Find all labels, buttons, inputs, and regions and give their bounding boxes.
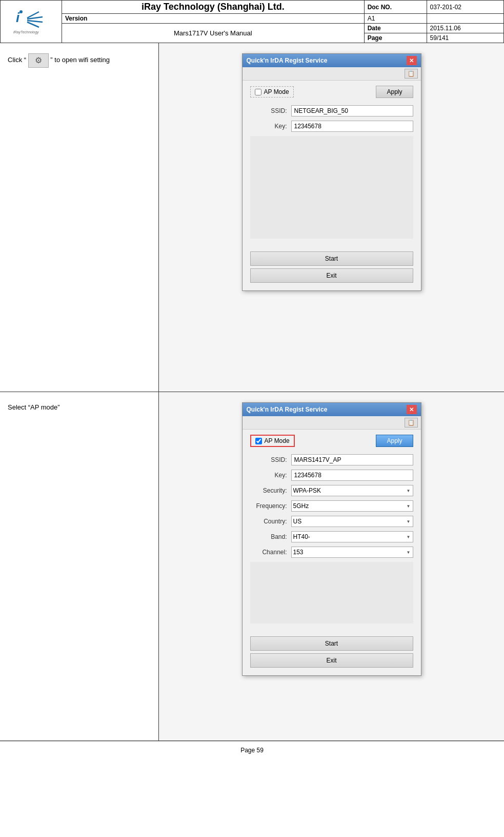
company-name: iRay Technology (Shanghai) Ltd. [62, 1, 365, 14]
dialog2-key-input[interactable] [291, 470, 413, 481]
dialog1-ap-mode-text: AP Mode [264, 88, 289, 95]
logo-svg: i iRayTechnology [11, 8, 52, 36]
dialog2-frequency-label: Frequency: [250, 502, 291, 510]
section1-instruction: Click “ ⚙ ” to open wifi setting [8, 56, 110, 64]
gear-button-example: ⚙ [28, 53, 49, 68]
dialog2-channel-row: Channel: 153 [250, 547, 413, 558]
dialog2-toolbar-button[interactable]: 📋 [405, 418, 418, 427]
dialog2-band-wrapper: HT40- [291, 531, 413, 542]
dialog2-security-wrapper: WPA-PSK [291, 485, 413, 496]
dialog2-security-label: Security: [250, 487, 291, 494]
dialog1-body: AP Mode Apply SSID: Key: [243, 81, 421, 249]
dialog2-band-label: Band: [250, 533, 291, 540]
dialog2-titlebar: Quick'n IrDA Regist Service ✕ [243, 403, 421, 416]
doc-no-label: Doc NO. [364, 1, 427, 14]
footer: Page 59 [0, 741, 504, 759]
date-value: 2015.11.06 [427, 24, 503, 33]
svg-line-4 [27, 22, 39, 27]
section2-row: Select “AP mode” Quick'n IrDA Regist Ser… [0, 392, 504, 741]
dialog1-key-label: Key: [250, 123, 291, 130]
gear-icon: ⚙ [35, 54, 42, 67]
dialog2-start-button[interactable]: Start [250, 636, 413, 651]
svg-line-3 [27, 21, 43, 22]
svg-text:i: i [16, 10, 20, 25]
version-value: A1 [364, 14, 427, 24]
dialog2-ssid-label: SSID: [250, 456, 291, 463]
dialog2-ssid-input[interactable] [291, 454, 413, 465]
dialog1-titlebar: Quick'n IrDA Regist Service ✕ [243, 54, 421, 67]
dialog2-main-area [250, 562, 413, 624]
dialog1-toolbar-button[interactable]: 📋 [405, 69, 418, 79]
dialog2-security-select[interactable]: WPA-PSK [291, 485, 413, 496]
company-name-text: iRay Technology (Shanghai) Ltd. [142, 2, 285, 12]
dialog2-exit-button[interactable]: Exit [250, 653, 413, 668]
dialog1-ssid-input[interactable] [291, 105, 413, 116]
dialog2-key-row: Key: [250, 470, 413, 481]
dialog2-country-label: Country: [250, 518, 291, 525]
dialog2-channel-label: Channel: [250, 549, 291, 556]
dialog1-key-input[interactable] [291, 121, 413, 132]
dialog2-security-row: Security: WPA-PSK [250, 485, 413, 496]
logo-cell: i iRayTechnology [1, 1, 62, 43]
section1-row: Click “ ⚙ ” to open wifi setting Quick'n… [0, 43, 504, 392]
dialog2-ap-mode-label[interactable]: AP Mode [250, 435, 295, 447]
dialog2-bottom: Start Exit [243, 634, 421, 675]
header-table: i iRayTechnology iRay Technology (Shangh… [0, 0, 504, 43]
section2-instruction: Select “AP mode” [8, 403, 60, 411]
dialog1-start-button[interactable]: Start [250, 251, 413, 266]
dialog2-channel-select[interactable]: 153 [291, 547, 413, 558]
footer-text: Page 59 [240, 747, 264, 754]
dialog1-title: Quick'n IrDA Regist Service [247, 57, 328, 64]
section2-left: Select “AP mode” [0, 392, 159, 741]
page-label: Page [364, 33, 427, 43]
dialog2-title: Quick'n IrDA Regist Service [247, 406, 328, 413]
dialog2-band-row: Band: HT40- [250, 531, 413, 542]
dialog2-frequency-row: Frequency: 5GHz [250, 500, 413, 512]
dialog2: Quick'n IrDA Regist Service ✕ 📋 AP Mode … [242, 402, 421, 676]
dialog2-country-wrapper: US [291, 516, 413, 527]
dialog1-ap-mode-row: AP Mode Apply [250, 86, 413, 98]
doc-no-value: 037-201-02 [427, 1, 503, 14]
logo: i iRayTechnology [4, 6, 58, 38]
section1-left: Click “ ⚙ ” to open wifi setting [0, 43, 159, 392]
svg-text:iRayTechnology: iRayTechnology [13, 30, 39, 34]
dialog2-band-select[interactable]: HT40- [291, 531, 413, 542]
dialog1-toolbar: 📋 [243, 67, 421, 81]
dialog2-ap-mode-text: AP Mode [265, 437, 290, 444]
dialog1-apply-button[interactable]: Apply [376, 86, 413, 98]
dialog1-ap-mode-label[interactable]: AP Mode [250, 86, 294, 98]
dialog2-body: AP Mode Apply SSID: Key: Security: [243, 430, 421, 634]
dialog2-key-label: Key: [250, 472, 291, 479]
dialog1-ap-mode-checkbox[interactable] [255, 89, 261, 95]
svg-point-5 [19, 10, 23, 13]
dialog1-bottom: Start Exit [243, 249, 421, 290]
dialog2-country-row: Country: US [250, 516, 413, 527]
section1-right: Quick'n IrDA Regist Service ✕ 📋 AP Mode … [159, 43, 504, 392]
dialog2-apply-button[interactable]: Apply [376, 435, 413, 447]
dialog1: Quick'n IrDA Regist Service ✕ 📋 AP Mode … [242, 53, 421, 291]
dialog2-country-select[interactable]: US [291, 516, 413, 527]
dialog1-exit-button[interactable]: Exit [250, 268, 413, 283]
dialog1-main-area [250, 136, 413, 239]
dialog2-ssid-row: SSID: [250, 454, 413, 465]
dialog2-close-button[interactable]: ✕ [407, 405, 417, 414]
dialog1-ssid-label: SSID: [250, 107, 291, 114]
dialog1-close-button[interactable]: ✕ [407, 56, 417, 65]
dialog2-ap-mode-checkbox[interactable] [255, 438, 262, 444]
dialog1-key-row: Key: [250, 121, 413, 132]
dialog1-ssid-row: SSID: [250, 105, 413, 116]
dialog2-frequency-wrapper: 5GHz [291, 500, 413, 512]
manual-title: Version [62, 14, 365, 24]
section2-right: Quick'n IrDA Regist Service ✕ 📋 AP Mode … [159, 392, 504, 741]
manual-name: Mars1717V User's Manual [62, 24, 365, 43]
dialog2-frequency-select[interactable]: 5GHz [291, 500, 413, 512]
dialog2-toolbar: 📋 [243, 416, 421, 430]
dialog2-channel-wrapper: 153 [291, 547, 413, 558]
dialog2-ap-mode-row: AP Mode Apply [250, 435, 413, 447]
page-value: 59/141 [427, 33, 503, 43]
date-label: Date [364, 24, 427, 33]
